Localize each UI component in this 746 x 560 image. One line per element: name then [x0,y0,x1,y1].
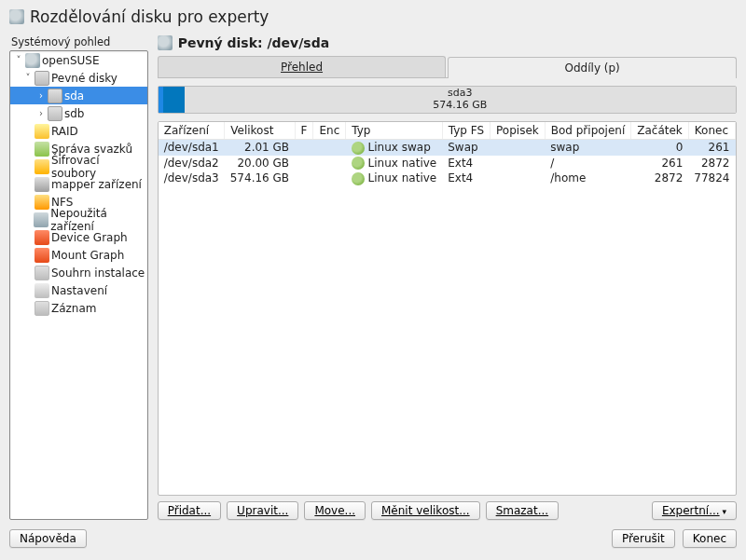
move-button[interactable]: Move... [304,501,366,520]
column-header[interactable]: Konec [688,122,735,140]
segment-sda2 [163,87,184,113]
finish-button[interactable]: Konec [683,529,737,548]
tree-item[interactable]: Souhrn instalace [10,264,147,281]
column-header[interactable]: Zařízení [159,122,225,140]
partition-usage-bar: sda3574.16 GB [158,86,737,114]
map-icon [35,177,49,192]
tree-item[interactable]: Nastavení [10,281,147,299]
column-header[interactable]: Velikost [225,122,295,140]
tree-root[interactable]: ˅openSUSE [10,51,147,69]
right-title: Pevný disk: /dev/sda [178,35,329,50]
add-button[interactable]: Přidat... [158,501,221,520]
tree-item[interactable]: ›sdb [10,104,147,122]
tab-overview[interactable]: Přehled [158,56,447,77]
column-header[interactable]: Enc [313,122,346,140]
opensuse-icon [25,53,40,68]
wrench-icon [35,283,49,298]
left-pane-label: Systémový pohled [9,35,148,48]
edit-button[interactable]: Upravit... [227,501,298,520]
column-header[interactable]: Popisek [490,122,546,140]
partition-type-icon [352,142,365,155]
table-row[interactable]: /dev/sda220.00 GB Linux nativeExt4/26128… [159,156,736,171]
tree-item[interactable]: Device Graph [10,228,147,246]
doc-icon [35,266,49,280]
column-header[interactable]: Začátek [631,122,689,140]
partition-type-icon [352,172,365,185]
tree-item[interactable]: mapper zařízení [10,175,147,193]
expert-button[interactable]: Expertní... [652,501,737,520]
help-button[interactable]: Nápověda [9,529,87,548]
resize-button[interactable]: Měnit velikost... [371,501,480,520]
partition-type-icon [352,157,365,170]
segment-sda3: sda3574.16 GB [185,87,736,113]
partition-table[interactable]: ZařízeníVelikostFEncTypTyp FSPopisekBod … [159,122,736,186]
raid-icon [35,124,49,139]
tab-partitions[interactable]: Oddíly (p) [448,57,737,78]
hd-icon [48,106,62,121]
delete-button[interactable]: Smazat... [486,501,559,520]
table-row[interactable]: /dev/sda3574.16 GB Linux nativeExt4/home… [159,171,736,186]
nfs-icon [35,195,49,210]
graph-icon [35,230,49,245]
system-tree[interactable]: ˅openSUSE˅Pevné disky›sda›sdbRAIDSpráva … [9,50,148,520]
column-header[interactable]: Bod připojení [545,122,631,140]
tree-item[interactable]: RAID [10,122,147,140]
column-header[interactable]: Typ [346,122,442,140]
vol-icon [35,142,49,157]
tree-item[interactable]: Záznam [10,299,147,317]
column-header[interactable]: Typ FS [442,122,490,140]
table-row[interactable]: /dev/sda12.01 GB Linux swapSwapswap0261 [159,140,736,156]
hd-icon [35,71,49,86]
crypt-icon [35,159,49,174]
graph-icon [35,248,49,263]
doc-icon [35,301,49,316]
tree-item[interactable]: Mount Graph [10,246,147,264]
column-header[interactable]: F [295,122,313,140]
tree-item[interactable]: ˅Pevné disky [10,69,147,87]
window-title: Rozdělování disku pro experty [30,7,269,26]
abort-button[interactable]: Přerušit [612,529,675,548]
unused-icon [34,212,48,227]
tree-item[interactable]: ›sda [10,87,147,104]
tree-item[interactable]: Nepoužitá zařízení [10,211,147,228]
hard-disk-icon [158,35,173,50]
partitioner-icon [9,9,24,24]
hd-icon [48,89,62,103]
tree-item[interactable]: Šifrovací soubory [10,157,147,175]
